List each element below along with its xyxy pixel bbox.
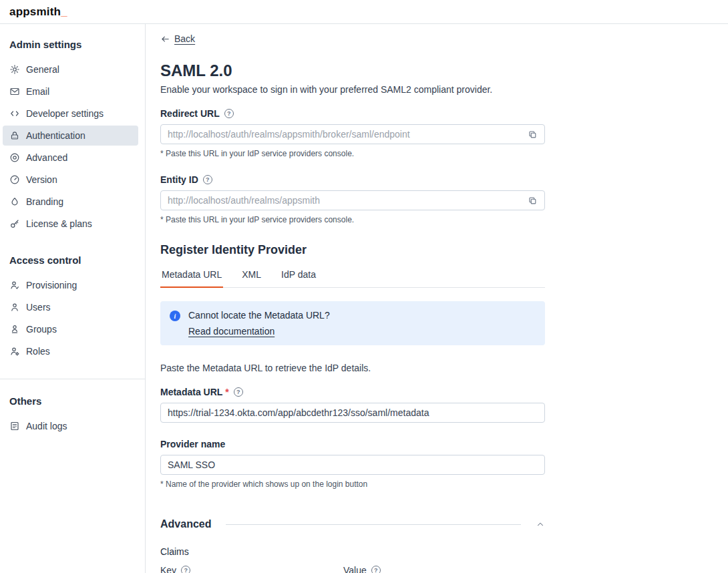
key-icon — [9, 218, 20, 229]
document-icon — [9, 421, 20, 431]
sidebar-item-label: Advanced — [26, 152, 67, 163]
sidebar-item-label: Developer settings — [26, 108, 104, 119]
redirect-url-input-wrap — [160, 124, 545, 144]
back-label: Back — [174, 33, 195, 44]
arrow-left-icon — [160, 34, 170, 44]
sidebar-item-label: Authentication — [26, 130, 85, 141]
register-idp-title: Register Identity Provider — [160, 243, 545, 257]
sidebar-item-developer-settings[interactable]: Developer settings — [3, 104, 138, 124]
settings-sidebar: Admin settings General Email Developer s… — [0, 24, 146, 573]
sidebar-item-authentication[interactable]: Authentication — [3, 126, 138, 146]
help-icon[interactable]: ? — [234, 387, 243, 397]
provider-name-label: Provider name — [160, 439, 225, 449]
info-icon: i — [170, 311, 180, 321]
sidebar-item-roles[interactable]: Roles — [3, 341, 138, 361]
entity-id-input[interactable] — [168, 195, 528, 206]
help-icon[interactable]: ? — [371, 566, 381, 573]
chevron-up-icon[interactable] — [536, 520, 545, 529]
user-gear-icon — [9, 346, 20, 357]
help-icon[interactable]: ? — [181, 566, 190, 573]
metadata-instruction: Paste the Metadata URL to retrieve the I… — [160, 363, 545, 373]
appsmith-logo[interactable]: appsmith_ — [9, 5, 67, 19]
required-asterisk: * — [225, 387, 228, 397]
user-group-icon — [9, 324, 20, 335]
lock-icon — [9, 130, 20, 141]
metadata-url-input[interactable] — [168, 407, 538, 418]
metadata-url-input-wrap — [160, 403, 545, 423]
copy-icon[interactable] — [528, 130, 538, 140]
redirect-url-input[interactable] — [168, 129, 528, 140]
idp-tabs: Metadata URL XML IdP data — [160, 269, 545, 288]
sidebar-item-label: Branding — [26, 196, 63, 207]
provider-name-helper: * Name of the provider which shows up on… — [160, 480, 545, 489]
sidebar-item-users[interactable]: Users — [3, 297, 138, 317]
sidebar-item-email[interactable]: Email — [3, 81, 138, 102]
top-header: appsmith_ — [0, 0, 728, 24]
sidebar-item-label: General — [26, 64, 59, 75]
redirect-url-label: Redirect URL — [160, 108, 220, 119]
version-clock-icon — [9, 174, 20, 185]
sidebar-section-admin-settings: Admin settings — [9, 39, 145, 50]
entity-id-helper: * Paste this URL in your IdP service pro… — [160, 215, 545, 224]
redirect-url-helper: * Paste this URL in your IdP service pro… — [160, 149, 545, 158]
code-icon — [9, 108, 20, 119]
copy-icon[interactable] — [528, 196, 538, 206]
sidebar-item-label: Provisioning — [26, 280, 77, 291]
sidebar-section-others: Others — [9, 395, 145, 407]
help-icon[interactable]: ? — [203, 175, 212, 184]
back-button[interactable]: Back — [160, 33, 195, 44]
sidebar-section-access-control: Access control — [9, 254, 145, 266]
tab-metadata-url[interactable]: Metadata URL — [160, 269, 223, 288]
advanced-settings-icon — [9, 152, 20, 163]
claim-value-label: Value — [343, 565, 367, 573]
banner-title: Cannot locate the Metadata URL? — [188, 310, 330, 321]
page-title: SAML 2.0 — [160, 61, 545, 80]
help-icon[interactable]: ? — [224, 109, 234, 118]
sidebar-item-label: License & plans — [26, 218, 92, 229]
advanced-divider — [226, 524, 521, 525]
sidebar-item-label: Groups — [26, 324, 57, 335]
sidebar-item-groups[interactable]: Groups — [3, 319, 138, 339]
provider-name-input-wrap — [160, 455, 545, 475]
advanced-section-title: Advanced — [160, 518, 211, 530]
metadata-url-label: Metadata URL — [160, 387, 222, 397]
gear-icon — [9, 64, 20, 75]
sidebar-item-license-plans[interactable]: License & plans — [3, 214, 138, 234]
sidebar-item-audit-logs[interactable]: Audit logs — [3, 416, 138, 436]
claims-label: Claims — [160, 546, 545, 557]
info-banner: i Cannot locate the Metadata URL? Read d… — [160, 301, 545, 345]
claim-key-label: Key — [160, 565, 176, 573]
tab-idp-data[interactable]: IdP data — [280, 269, 317, 288]
sidebar-item-label: Users — [26, 302, 51, 313]
sidebar-divider — [0, 379, 145, 379]
user-check-icon — [9, 280, 20, 291]
tab-xml[interactable]: XML — [240, 269, 262, 288]
provider-name-input[interactable] — [168, 459, 538, 470]
read-documentation-link[interactable]: Read documentation — [188, 326, 275, 337]
sidebar-item-version[interactable]: Version — [3, 170, 138, 190]
sidebar-item-label: Email — [26, 86, 49, 97]
entity-id-input-wrap — [160, 190, 545, 210]
entity-id-label: Entity ID — [160, 174, 198, 185]
sidebar-item-branding[interactable]: Branding — [3, 192, 138, 212]
sidebar-item-provisioning[interactable]: Provisioning — [3, 275, 138, 295]
sidebar-item-label: Audit logs — [26, 421, 67, 431]
sidebar-item-general[interactable]: General — [3, 59, 138, 79]
user-icon — [9, 302, 20, 313]
email-icon — [9, 86, 20, 97]
sidebar-item-label: Version — [26, 174, 57, 185]
sidebar-item-label: Roles — [26, 346, 50, 357]
page-subtitle: Enable your workspace to sign in with yo… — [160, 84, 545, 95]
sidebar-item-advanced[interactable]: Advanced — [3, 148, 138, 168]
branding-paint-icon — [9, 196, 20, 207]
